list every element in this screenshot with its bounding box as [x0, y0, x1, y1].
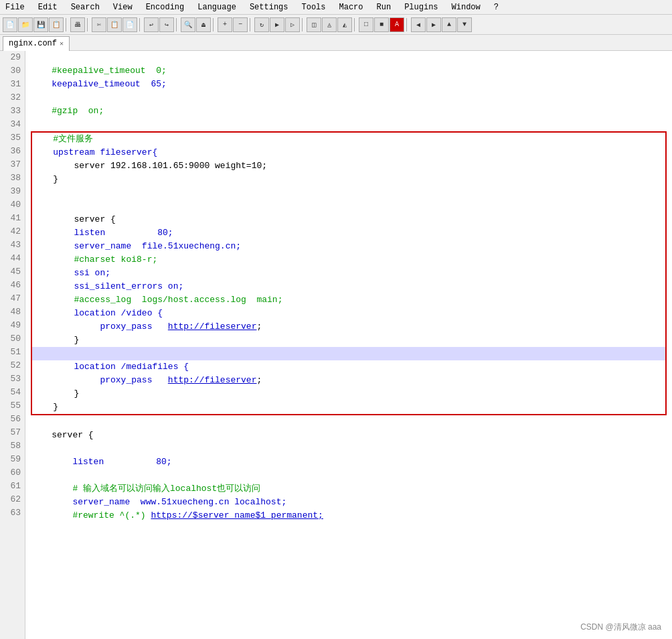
sep3	[139, 18, 142, 31]
line-45: ssi on;	[32, 267, 665, 280]
code-area: 29 30 31 32 33 34 35 36 37 38 39 40 41 4…	[0, 51, 672, 639]
ln-42: 42	[0, 225, 25, 238]
toolbar-print[interactable]: 🖶	[70, 17, 85, 32]
ln-50: 50	[0, 332, 25, 346]
sep8	[354, 18, 357, 31]
menu-help[interactable]: ?	[491, 2, 501, 13]
line-52: location /mediafiles {	[32, 360, 665, 374]
tab-nginx-conf[interactable]: nginx.conf ✕	[3, 36, 70, 51]
menu-plugins[interactable]: Plugins	[402, 2, 440, 13]
menu-run[interactable]: Run	[374, 2, 394, 13]
toolbar-copy[interactable]: 📋	[107, 17, 122, 32]
toolbar-find[interactable]: 🔍	[181, 17, 195, 32]
toolbar-split3[interactable]: ◭	[337, 17, 352, 32]
line-47: #access_log logs/host.access.log main;	[32, 293, 665, 307]
line-61: # 输入域名可以访问输入localhost也可以访问	[31, 482, 672, 496]
ln-46: 46	[0, 279, 25, 292]
toolbar-sync[interactable]: ↻	[254, 17, 269, 32]
toolbar-save[interactable]: 💾	[33, 17, 48, 32]
toolbar-color[interactable]: A	[390, 17, 404, 32]
ln-51: 51	[0, 346, 25, 359]
toolbar-split[interactable]: ◫	[307, 17, 321, 32]
line-37: server 192.168.101.65:9000 weight=10;	[32, 159, 665, 173]
toolbar-fullscreen[interactable]: □	[359, 17, 373, 32]
code-41: server {	[32, 214, 116, 224]
ln-33: 33	[0, 104, 25, 118]
code-42: listen 80;	[32, 228, 173, 238]
menu-file[interactable]: File	[3, 2, 27, 13]
line-44: #charset koi8-r;	[32, 253, 665, 267]
menu-edit[interactable]: Edit	[35, 2, 60, 13]
code-48-keyword: location /video {	[32, 308, 163, 318]
ln-54: 54	[0, 386, 25, 399]
ln-39: 39	[0, 185, 25, 198]
code-55: }	[32, 402, 58, 412]
menu-search[interactable]: Search	[68, 2, 102, 13]
line-29	[31, 51, 672, 64]
code-57: server {	[31, 430, 94, 440]
toolbar-right[interactable]: ▶	[426, 17, 441, 32]
line-39	[32, 186, 665, 200]
line-36: upstream fileserver{	[32, 146, 665, 159]
code-49-link[interactable]: http://fileserver	[168, 322, 257, 332]
code-31: keepalive_timeout 65;	[31, 79, 167, 89]
toolbar-new[interactable]: 📄	[3, 17, 17, 32]
toolbar-next[interactable]: ▼	[457, 17, 472, 32]
toolbar-macro2[interactable]: ▷	[285, 17, 300, 32]
toolbar-paste[interactable]: 📄	[122, 17, 137, 32]
watermark: CSDN @清风微凉 aaa	[580, 620, 661, 634]
code-comment-47: #access_log logs/host.access.log main;	[32, 295, 282, 305]
ln-55: 55	[0, 399, 25, 413]
toolbar-prev[interactable]: ▲	[442, 17, 456, 32]
toolbar-redo[interactable]: ↪	[159, 17, 174, 32]
toolbar-zoomout[interactable]: −	[233, 17, 248, 32]
line-49: proxy_pass http://fileserver;	[32, 320, 665, 334]
line-54: }	[32, 387, 665, 401]
menu-macro[interactable]: Macro	[337, 2, 366, 13]
line-58	[31, 442, 672, 455]
line-55: }	[32, 401, 665, 414]
line-38: }	[32, 173, 665, 186]
code-63-link[interactable]: https://$server_name$1 permanent;	[151, 510, 323, 520]
ln-30: 30	[0, 64, 25, 78]
toolbar-replace[interactable]: ⏏	[196, 17, 211, 32]
menu-language[interactable]: Language	[195, 2, 239, 13]
menu-tools[interactable]: Tools	[299, 2, 328, 13]
ln-35: 35	[0, 131, 25, 145]
code-37: server 192.168.101.65:9000 weight=10;	[32, 161, 267, 171]
ln-61: 61	[0, 480, 25, 493]
toolbar-open[interactable]: 📁	[18, 17, 33, 32]
menu-window[interactable]: Window	[449, 2, 483, 13]
toolbar-left[interactable]: ◀	[411, 17, 426, 32]
code-53-link[interactable]: http://fileserver	[168, 375, 257, 385]
code-38: }	[32, 174, 58, 184]
toolbar-monitor[interactable]: ■	[374, 17, 389, 32]
tab-close-btn[interactable]: ✕	[60, 40, 64, 48]
menu-view[interactable]: View	[110, 2, 135, 13]
ln-60: 60	[0, 466, 25, 480]
menu-settings[interactable]: Settings	[247, 2, 291, 13]
line-50: }	[32, 334, 665, 347]
menu-encoding[interactable]: Encoding	[143, 2, 187, 13]
menubar: File Edit Search View Encoding Language …	[0, 0, 672, 15]
toolbar-split2[interactable]: ◬	[322, 17, 337, 32]
code-36: upstream fileserver{	[32, 147, 157, 157]
line-33: #gzip on;	[31, 104, 672, 118]
line-42: listen 80;	[32, 226, 665, 240]
toolbar-macro[interactable]: ▶	[270, 17, 284, 32]
code-50: }	[32, 335, 79, 345]
toolbar-zoomin[interactable]: +	[218, 17, 232, 32]
toolbar: 📄 📁 💾 📋 🖶 ✄ 📋 📄 ↩ ↪ 🔍 ⏏ + − ↻ ▶ ▷ ◫ ◬ ◭ …	[0, 15, 672, 35]
line-56	[31, 415, 672, 429]
line-34	[31, 118, 672, 131]
code-46: ssi_silent_errors on;	[32, 281, 183, 291]
ln-34: 34	[0, 118, 25, 131]
code-49-semi: ;	[256, 322, 262, 332]
line-31: keepalive_timeout 65;	[31, 78, 672, 91]
toolbar-undo[interactable]: ↩	[144, 17, 159, 32]
toolbar-cut[interactable]: ✄	[92, 17, 106, 32]
red-border-block: #文件服务 upstream fileserver{ server 192.16…	[31, 131, 667, 415]
code-comment-61: # 输入域名可以访问输入localhost也可以访问	[31, 484, 260, 494]
toolbar-saveall[interactable]: 📋	[49, 17, 64, 32]
ln-53: 53	[0, 372, 25, 386]
